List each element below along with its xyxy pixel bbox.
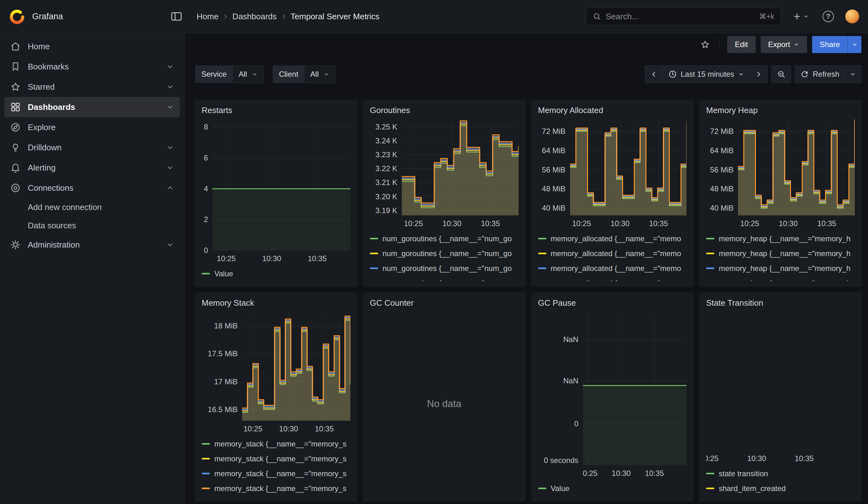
chevron-up-icon[interactable] [166,184,174,192]
zoom-out-button[interactable] [772,65,791,83]
sidebar-toggle-button[interactable] [168,8,185,25]
breadcrumb-dashboards[interactable]: Dashboards [232,12,277,21]
search-input[interactable] [606,12,755,21]
sidebar-item-add-new-connection[interactable]: Add new connection [4,198,180,216]
legend-item[interactable]: memory_heap {__name__="memory_h [706,261,855,276]
legend-item[interactable]: Value [202,266,350,281]
legend-item[interactable]: memory_allocated {__name__="memo [538,276,687,281]
x-tick-label: 10:30 [279,424,298,433]
chevron-down-icon[interactable] [166,63,174,71]
x-tick-label: 10:30 [747,454,766,463]
chart-canvas[interactable] [242,312,350,421]
grafana-logo-icon[interactable] [9,8,25,25]
sidebar-item-starred[interactable]: Starred [4,77,180,97]
chevron-down-icon [851,41,858,48]
legend-item[interactable]: memory_allocated {__name__="memo [538,231,687,246]
new-button[interactable] [790,10,811,23]
legend-item[interactable]: num_goroutines {__name__="num_go [370,261,519,276]
legend-item[interactable]: memory_stack {__name__="memory_s [202,466,350,481]
sidebar-item-bookmarks[interactable]: Bookmarks [4,56,180,77]
legend-label: memory_allocated {__name__="memo [551,279,681,281]
chart-canvas[interactable] [738,119,855,215]
sidebar-item-connections[interactable]: Connections [4,178,180,198]
x-axis: 10:2510:3010:35 [738,215,855,229]
plot-area[interactable] [570,119,687,215]
sidebar-item-dashboards[interactable]: Dashboards [4,97,180,117]
legend-item[interactable]: Value [538,481,687,496]
legend-item[interactable]: memory_heap {__name__="memory_h [706,231,855,246]
chart-canvas[interactable] [583,312,687,465]
plot-area[interactable] [242,312,350,421]
legend-item[interactable]: memory_allocated {__name__="memo [538,246,687,261]
panel-title[interactable]: Memory Heap [706,105,855,119]
refresh-interval-button[interactable] [845,65,861,83]
favorite-star-button[interactable] [699,38,712,51]
plot-area[interactable] [583,312,687,465]
plot-area[interactable] [706,312,855,450]
y-tick-label: 3.23 K [375,150,397,159]
x-axis: 10:2510:3010:35 [706,450,855,464]
legend-item[interactable]: memory_stack {__name__="memory_s [202,451,350,466]
legend-item[interactable]: memory_stack {__name__="memory_s [202,436,350,451]
x-axis: 10:2510:3010:35 [570,215,687,229]
sidebar-item-data-sources[interactable]: Data sources [4,216,180,235]
legend-item[interactable]: shard_item_created [706,481,855,496]
y-tick-label: 3.24 K [375,136,397,145]
legend-item[interactable]: num_goroutines {__name__="num_go [370,246,519,261]
variable-client-select[interactable]: All [304,65,335,83]
panel-title[interactable]: Memory Allocated [538,105,687,119]
panel-title[interactable]: GC Counter [370,298,519,312]
legend-item[interactable]: memory_heap {__name__="memory_h [706,246,855,261]
legend-label: memory_allocated {__name__="memo [551,249,681,258]
refresh-button[interactable]: Refresh [795,65,845,83]
panel-title[interactable]: Goroutines [370,105,519,119]
help-button[interactable]: ? [821,9,836,24]
panel-title[interactable]: State Transition [706,298,855,312]
sidebar-nav: Home Bookmarks Starred [0,33,185,504]
legend-label: memory_allocated {__name__="memo [551,264,681,273]
panel-title[interactable]: Restarts [202,105,350,119]
time-forward-button[interactable] [750,65,768,83]
chevron-down-icon[interactable] [166,83,174,91]
sidebar-item-label: Drilldown [28,143,62,153]
time-range-group: Last 15 minutes [645,65,768,83]
panel-body: 72 MiB64 MiB56 MiB48 MiB40 MiB10:2510:30… [538,119,687,281]
plot-area[interactable] [213,119,350,250]
chart-canvas[interactable] [213,119,350,250]
panel-title[interactable]: Memory Stack [202,298,350,312]
x-tick-label: 10:25 [706,454,719,463]
share-menu-button[interactable] [847,36,861,53]
sidebar-item-home[interactable]: Home [4,36,180,56]
legend-item[interactable]: num_goroutines {__name__="num_go [370,276,519,281]
sidebar-item-administration[interactable]: Administration [4,235,180,255]
breadcrumb-home[interactable]: Home [197,12,218,21]
chevron-down-icon[interactable] [166,143,174,152]
sidebar-item-explore[interactable]: Explore [4,117,180,137]
legend-item[interactable]: memory_heap {__name__="memory_h [706,276,855,281]
user-avatar[interactable] [845,10,859,23]
search-bar[interactable]: ⌘+k [586,8,781,25]
chevron-down-icon[interactable] [166,240,174,249]
panel-title[interactable]: GC Pause [538,298,687,312]
sidebar-item-drilldown[interactable]: Drilldown [4,137,180,157]
share-button[interactable]: Share [812,36,847,53]
chart-canvas[interactable] [402,119,519,215]
time-range-picker-button[interactable]: Last 15 minutes [663,65,750,83]
export-button[interactable]: Export [761,36,807,53]
variable-service-select[interactable]: All [233,65,264,83]
time-back-button[interactable] [645,65,663,83]
chevron-down-icon[interactable] [166,164,174,172]
chart-canvas[interactable] [570,119,687,215]
plot-area[interactable] [402,119,519,215]
chevron-down-icon[interactable] [166,103,174,111]
legend-item[interactable]: state transition [706,466,855,481]
legend-item[interactable]: num_goroutines {__name__="num_go [370,231,519,246]
legend-label: num_goroutines {__name__="num_go [383,264,512,273]
chart-canvas[interactable] [706,312,855,450]
refresh-group: Refresh [795,65,861,83]
sidebar-item-alerting[interactable]: Alerting [4,157,180,178]
edit-button[interactable]: Edit [727,36,755,53]
plot-area[interactable] [738,119,855,215]
legend-item[interactable]: memory_stack {__name__="memory_s [202,481,350,496]
legend-item[interactable]: memory_allocated {__name__="memo [538,261,687,276]
